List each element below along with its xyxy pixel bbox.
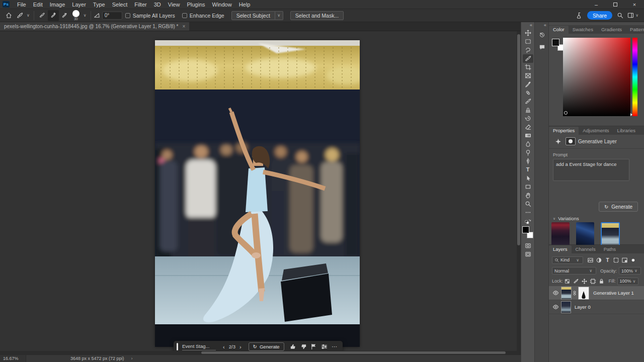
opacity-select[interactable]: 100% ∨ bbox=[619, 267, 641, 275]
brush-size-chevron-icon[interactable]: ∨ bbox=[82, 13, 88, 18]
tool-eyedropper[interactable] bbox=[523, 80, 533, 88]
tab-layers[interactable]: Layers bbox=[549, 245, 572, 253]
quick-mask-button[interactable] bbox=[523, 241, 533, 250]
tool-blur[interactable] bbox=[523, 140, 533, 148]
tool-eraser[interactable] bbox=[523, 123, 533, 131]
tool-preset-chevron-icon[interactable]: ∨ bbox=[25, 13, 31, 18]
menu-plugins[interactable]: Plugins bbox=[183, 0, 208, 9]
tool-path-selection[interactable] bbox=[523, 174, 533, 183]
history-panel-button[interactable] bbox=[535, 29, 549, 41]
tool-hand[interactable] bbox=[523, 191, 533, 200]
layer-visibility-toggle[interactable] bbox=[551, 290, 560, 296]
lock-pixels-button[interactable] bbox=[572, 278, 580, 285]
tool-move[interactable] bbox=[523, 29, 533, 37]
menu-file[interactable]: File bbox=[14, 0, 30, 9]
zoom-level-field[interactable]: 16.67% bbox=[0, 355, 26, 362]
filter-shape-button[interactable] bbox=[612, 256, 620, 264]
filter-type-button[interactable]: T bbox=[603, 256, 612, 264]
brush-mode-new-button[interactable] bbox=[37, 10, 48, 21]
filter-image-button[interactable] bbox=[586, 256, 595, 264]
beta-flask-icon[interactable] bbox=[576, 12, 583, 19]
share-button[interactable]: Share bbox=[587, 11, 612, 20]
tab-channels[interactable]: Channels bbox=[572, 245, 600, 253]
hue-slider[interactable] bbox=[632, 38, 637, 116]
taskbar-more-button[interactable]: ⋯ bbox=[330, 342, 340, 351]
color-cursor[interactable] bbox=[564, 111, 568, 115]
enhance-edge-checkbox[interactable] bbox=[182, 13, 187, 18]
variation-thumbnail-1[interactable] bbox=[551, 222, 570, 246]
vertical-scroll-thumb[interactable] bbox=[517, 34, 520, 245]
brush-size-picker[interactable]: 30 bbox=[70, 9, 82, 22]
layer-name[interactable]: Layer 0 bbox=[575, 304, 591, 310]
report-button[interactable] bbox=[309, 342, 319, 351]
tool-frame[interactable] bbox=[523, 71, 533, 80]
taskbar-prompt-field[interactable]: Event Stag... bbox=[182, 343, 216, 350]
menu-filter[interactable]: Filter bbox=[131, 0, 150, 9]
layer-thumbnail[interactable] bbox=[561, 287, 572, 300]
tool-history-brush[interactable] bbox=[523, 114, 533, 123]
brush-mode-add-button[interactable] bbox=[48, 10, 59, 21]
tool-gradient[interactable] bbox=[523, 131, 533, 140]
lock-position-button[interactable] bbox=[580, 278, 589, 285]
tab-close-icon[interactable]: × bbox=[182, 24, 185, 29]
menu-type[interactable]: Type bbox=[90, 0, 109, 9]
filter-toggle-button[interactable] bbox=[629, 256, 637, 264]
filter-adjustment-button[interactable] bbox=[595, 256, 603, 264]
tool-rectangle[interactable] bbox=[523, 183, 533, 191]
default-colors-button[interactable] bbox=[523, 217, 533, 225]
tool-zoom[interactable] bbox=[523, 200, 533, 208]
variation-thumbnail-3-selected[interactable] bbox=[601, 222, 620, 247]
comments-panel-button[interactable] bbox=[535, 41, 549, 53]
tool-marquee[interactable] bbox=[523, 37, 533, 46]
menu-3d[interactable]: 3D bbox=[150, 0, 165, 9]
saturation-brightness-field[interactable] bbox=[563, 38, 630, 116]
tool-spot-healing[interactable] bbox=[523, 88, 533, 97]
contextual-taskbar[interactable]: Event Stag... ‹ 2/3 › ↻ Generate bbox=[174, 341, 343, 351]
taskbar-properties-button[interactable] bbox=[319, 342, 329, 351]
dock-collapse-button[interactable]: « bbox=[535, 22, 548, 29]
variation-thumbnail-2[interactable] bbox=[576, 222, 594, 246]
tab-libraries[interactable]: Libraries bbox=[613, 127, 639, 135]
filter-smart-object-button[interactable] bbox=[620, 256, 629, 264]
menu-edit[interactable]: Edit bbox=[30, 0, 46, 9]
tab-adjustments[interactable]: Adjustments bbox=[579, 127, 613, 135]
foreground-color-swatch[interactable] bbox=[552, 39, 559, 46]
tab-properties[interactable]: Properties bbox=[549, 127, 579, 135]
lock-artboard-button[interactable] bbox=[589, 278, 597, 285]
horizontal-scrollbar[interactable] bbox=[0, 351, 521, 354]
status-flyout-arrow[interactable]: › bbox=[131, 356, 133, 361]
layer-thumbnail[interactable] bbox=[561, 301, 571, 313]
workspace-switcher-icon[interactable] bbox=[627, 12, 634, 19]
menu-image[interactable]: Image bbox=[46, 0, 69, 9]
search-icon[interactable] bbox=[617, 12, 623, 19]
tool-selection-brush[interactable] bbox=[523, 54, 533, 63]
foreground-background-swatches[interactable] bbox=[522, 226, 533, 238]
foreground-color-swatch[interactable] bbox=[522, 226, 529, 233]
menu-help[interactable]: Help bbox=[235, 0, 254, 9]
sample-all-layers-option[interactable]: Sample All Layers bbox=[125, 13, 175, 19]
tool-lasso[interactable] bbox=[523, 46, 533, 54]
horizontal-scroll-thumb[interactable] bbox=[201, 351, 506, 354]
close-button[interactable]: × bbox=[625, 0, 644, 9]
taskbar-generate-button[interactable]: ↻ Generate bbox=[249, 342, 284, 351]
rate-good-button[interactable] bbox=[288, 342, 298, 351]
select-and-mask-button[interactable]: Select and Mask... bbox=[290, 11, 344, 20]
workspace-chevron-icon[interactable]: ∨ bbox=[634, 13, 640, 18]
select-subject-chevron[interactable]: ∨ bbox=[275, 11, 283, 20]
tool-type[interactable]: T bbox=[523, 165, 533, 174]
menu-layer[interactable]: Layer bbox=[68, 0, 90, 9]
tool-crop[interactable] bbox=[523, 63, 533, 71]
layer-visibility-toggle[interactable] bbox=[551, 304, 560, 310]
layer-mask-chip[interactable] bbox=[566, 137, 576, 145]
tool-preset-button[interactable] bbox=[14, 10, 25, 21]
canvas-image[interactable] bbox=[155, 40, 360, 347]
screen-mode-button[interactable] bbox=[523, 250, 533, 258]
prompt-textarea[interactable]: add a Event Stage for dance bbox=[553, 159, 629, 181]
angle-input[interactable]: 0° bbox=[102, 12, 122, 20]
tool-pen[interactable] bbox=[523, 157, 533, 165]
tool-dodge[interactable] bbox=[523, 148, 533, 157]
enhance-edge-option[interactable]: Enhance Edge bbox=[182, 13, 224, 19]
select-subject-button[interactable]: Select Subject bbox=[231, 11, 275, 20]
rate-bad-button[interactable] bbox=[298, 342, 308, 351]
layer-row-generative[interactable]: Generative Layer 1 bbox=[549, 286, 644, 300]
